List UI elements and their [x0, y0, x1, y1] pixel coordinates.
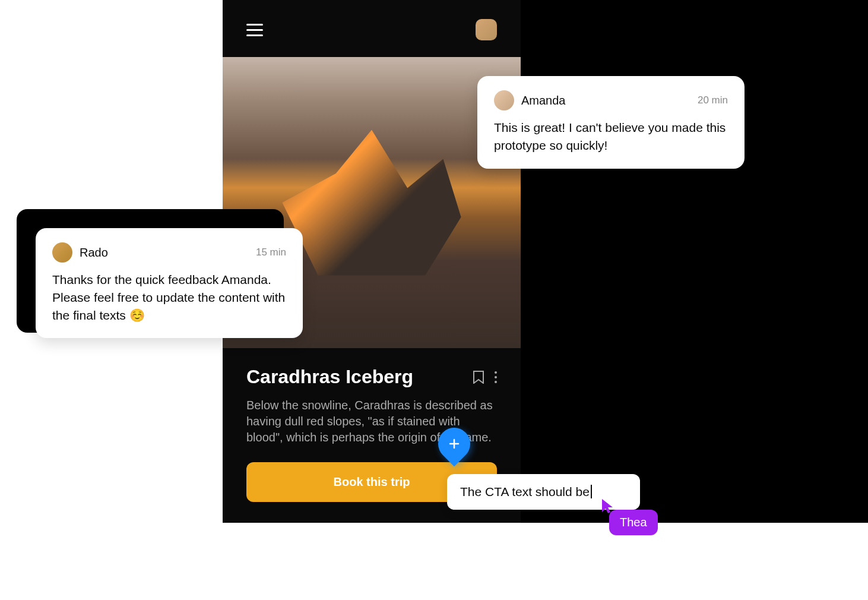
- comment-timestamp: 15 min: [256, 247, 286, 258]
- avatar-rado: [52, 242, 72, 263]
- comment-author: Rado: [80, 246, 108, 260]
- comment-body: This is great! I can't believe you made …: [494, 119, 728, 154]
- cursor-user-label: Thea: [609, 510, 658, 535]
- user-avatar[interactable]: [476, 19, 497, 40]
- hamburger-menu-icon[interactable]: [246, 24, 263, 36]
- comment-card-amanda[interactable]: Amanda 20 min This is great! I can't bel…: [477, 76, 745, 169]
- inline-comment-text: The CTA text should be: [460, 485, 592, 498]
- comment-stack-rado: Rado 15 min Thanks for the quick feedbac…: [17, 209, 290, 340]
- avatar-amanda: [494, 90, 514, 110]
- collaborator-cursor: Thea: [601, 498, 615, 517]
- comment-body: Thanks for the quick feedback Amanda. Pl…: [52, 271, 286, 324]
- more-vertical-icon[interactable]: [495, 371, 497, 383]
- bookmark-icon[interactable]: [473, 371, 484, 384]
- comment-author: Amanda: [521, 94, 566, 108]
- trip-title: Caradhras Iceberg: [246, 366, 413, 388]
- comment-timestamp: 20 min: [698, 94, 728, 106]
- comment-card-rado[interactable]: Rado 15 min Thanks for the quick feedbac…: [36, 228, 303, 338]
